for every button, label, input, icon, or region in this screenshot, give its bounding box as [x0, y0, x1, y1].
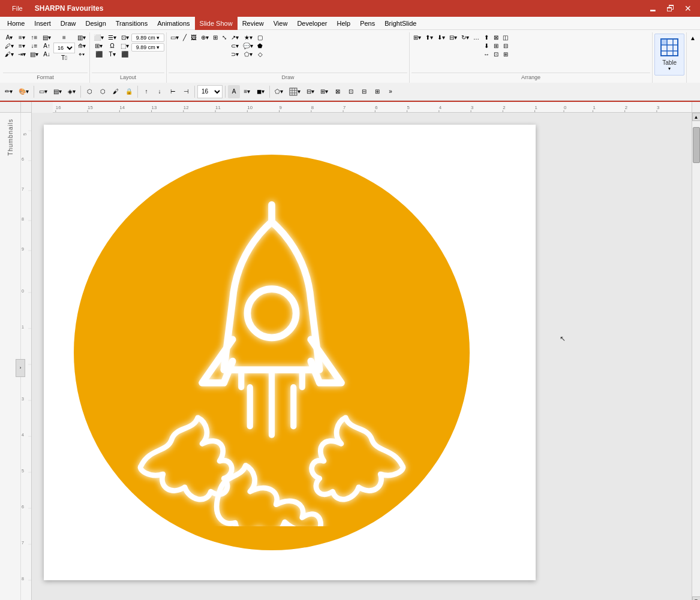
- layout-btn9[interactable]: ⬛: [119, 50, 131, 59]
- border-btn[interactable]: ▭▾: [37, 85, 50, 98]
- close-icon[interactable]: ✕: [681, 2, 695, 14]
- shape-line[interactable]: ╱: [181, 34, 188, 42]
- cols-btn[interactable]: ⊟▾: [304, 85, 317, 98]
- bullets-btn[interactable]: ≡▾: [16, 34, 28, 42]
- table-props[interactable]: ⊟: [358, 85, 370, 98]
- menu-review[interactable]: Review: [238, 17, 269, 30]
- file-button[interactable]: File: [5, 0, 30, 17]
- shape-obj[interactable]: ⊞: [211, 34, 220, 42]
- menu-insert[interactable]: Insert: [29, 17, 56, 30]
- shape-diamond[interactable]: ◇: [256, 50, 265, 59]
- arrange-b2[interactable]: ⊞: [492, 42, 500, 50]
- arrange-f3[interactable]: ↔: [482, 50, 491, 59]
- size-field1[interactable]: 9.89 cm ▾: [131, 34, 164, 42]
- outer-shadow-btn[interactable]: ⬡: [83, 85, 95, 98]
- thumbnails-label[interactable]: Thumbnails: [7, 119, 14, 156]
- layout-btn2[interactable]: ⊞▾: [92, 42, 106, 50]
- menu-pens[interactable]: Pens: [355, 17, 380, 30]
- text-color-btn[interactable]: A: [228, 85, 240, 98]
- clear-format[interactable]: T⃝: [53, 54, 75, 62]
- paint-btn[interactable]: 🖌▾: [3, 50, 16, 59]
- menu-slideshow[interactable]: Slide Show: [195, 17, 238, 30]
- format-painter-btn[interactable]: 🖌: [110, 85, 122, 98]
- rocket-graphic[interactable]: [74, 155, 470, 550]
- fill-btn[interactable]: ▤▾: [51, 85, 64, 98]
- layout-btn4[interactable]: ☰▾: [106, 34, 118, 42]
- scroll-up-btn[interactable]: ▲: [692, 113, 701, 121]
- font-color-btn[interactable]: A▾: [3, 34, 16, 42]
- menu-help[interactable]: Help: [332, 17, 356, 30]
- split-btn[interactable]: ⊡: [345, 85, 357, 98]
- shape-conn[interactable]: ⊂▾: [229, 42, 241, 50]
- table-button[interactable]: Table ▾: [654, 34, 684, 76]
- menu-design[interactable]: Design: [81, 17, 111, 30]
- font-size-increase[interactable]: A↑: [41, 42, 53, 50]
- table-dropdown-arrow[interactable]: ▾: [668, 66, 671, 71]
- shape-more[interactable]: ⊕▾: [199, 34, 211, 42]
- arrange-c3[interactable]: ⊞: [501, 50, 510, 59]
- shape-fill-dropdown[interactable]: ▤▾: [41, 34, 53, 42]
- decrease-indent-btn[interactable]: ↓≡: [28, 42, 40, 50]
- panel-toggle-btn[interactable]: ›: [16, 359, 25, 377]
- arrange-b1[interactable]: ⊠: [492, 34, 500, 42]
- menu-draw[interactable]: Draw: [56, 17, 81, 30]
- shape-arrows[interactable]: ↗▾: [229, 34, 241, 42]
- shape-eq[interactable]: ⊃▾: [229, 50, 241, 59]
- menu-brightslide[interactable]: BrightSlide: [380, 17, 421, 30]
- shapes-btn[interactable]: ▥▾: [76, 34, 88, 42]
- arrange-forward[interactable]: ⬆▾: [423, 34, 435, 42]
- menu-home[interactable]: Home: [2, 17, 29, 30]
- up-btn[interactable]: ↑: [140, 85, 152, 98]
- fontsize-select2[interactable]: 16: [197, 85, 223, 98]
- arrange-back[interactable]: ⬇▾: [435, 34, 447, 42]
- shape-resize[interactable]: ⤡: [220, 34, 229, 42]
- align-btn[interactable]: ≡▾: [241, 85, 253, 98]
- layout-btn8[interactable]: ⬚▾: [119, 42, 131, 50]
- arrange-btn[interactable]: ⟰▾: [76, 42, 88, 50]
- select-btn[interactable]: ⌖▾: [76, 50, 88, 59]
- inner-shadow-btn[interactable]: ⬡: [97, 85, 109, 98]
- shape-rect[interactable]: ▭▾: [169, 34, 181, 42]
- arrange-more[interactable]: …: [471, 34, 481, 42]
- layout-btn6[interactable]: T▾: [106, 50, 118, 59]
- shape-rect2[interactable]: ▢: [256, 34, 265, 42]
- effect-btn[interactable]: ◈▾: [65, 85, 78, 98]
- table-style[interactable]: ⊞: [371, 85, 383, 98]
- layout-btn3[interactable]: ⬛: [92, 50, 106, 59]
- ribbon-collapse-btn[interactable]: ▲: [688, 34, 698, 43]
- arrange-align[interactable]: ⊟▾: [447, 34, 459, 42]
- table-grid-btn[interactable]: ▾: [287, 85, 303, 98]
- color-picker-btn[interactable]: 🎨▾: [16, 85, 31, 98]
- arrange-b3[interactable]: ⊡: [492, 50, 500, 59]
- rows-btn[interactable]: ⊞▾: [318, 85, 331, 98]
- scroll-thumb-v[interactable]: [693, 127, 700, 163]
- arrange-f2[interactable]: ⬇: [482, 42, 491, 50]
- layout-btn5[interactable]: Ω: [106, 42, 118, 50]
- minimize-icon[interactable]: 🗕: [645, 2, 660, 14]
- down-btn[interactable]: ↓: [154, 85, 166, 98]
- shape-fill-btn[interactable]: ◼▾: [254, 85, 267, 98]
- shape-pic[interactable]: 🖼: [189, 34, 199, 42]
- arrange-c1[interactable]: ◫: [501, 34, 510, 42]
- right-center-btn[interactable]: ⊣: [180, 85, 192, 98]
- insert-shape-btn[interactable]: ⬠▾: [272, 85, 286, 98]
- highlight-btn[interactable]: 🖊▾: [3, 42, 16, 50]
- fontsize-select[interactable]: 16: [53, 43, 75, 53]
- align-left[interactable]: ≡: [53, 34, 75, 42]
- pen-tool-btn[interactable]: ✏▾: [2, 85, 15, 98]
- font-size-decrease[interactable]: A↓: [41, 50, 53, 59]
- shape-oval[interactable]: ⬟: [256, 42, 265, 50]
- increase-indent-btn[interactable]: ↑≡: [28, 34, 40, 42]
- arrange-c2[interactable]: ⊟: [501, 42, 510, 50]
- menu-animations[interactable]: Animations: [152, 17, 194, 30]
- merge-btn[interactable]: ⊠: [332, 85, 344, 98]
- layout-btn7[interactable]: ⊡▾: [119, 34, 131, 42]
- shape-flow[interactable]: ⬠▾: [241, 50, 255, 59]
- more-btn[interactable]: »: [384, 85, 396, 98]
- shape-callout[interactable]: 💬▾: [241, 42, 255, 50]
- size-field2[interactable]: 9.89 cm ▾: [131, 43, 164, 52]
- indent-btn[interactable]: ⇥▾: [16, 50, 28, 59]
- layout-btn1[interactable]: ⬜▾: [92, 34, 106, 42]
- canvas-area[interactable]: ↖: [32, 113, 692, 600]
- scroll-track-v[interactable]: [693, 121, 700, 596]
